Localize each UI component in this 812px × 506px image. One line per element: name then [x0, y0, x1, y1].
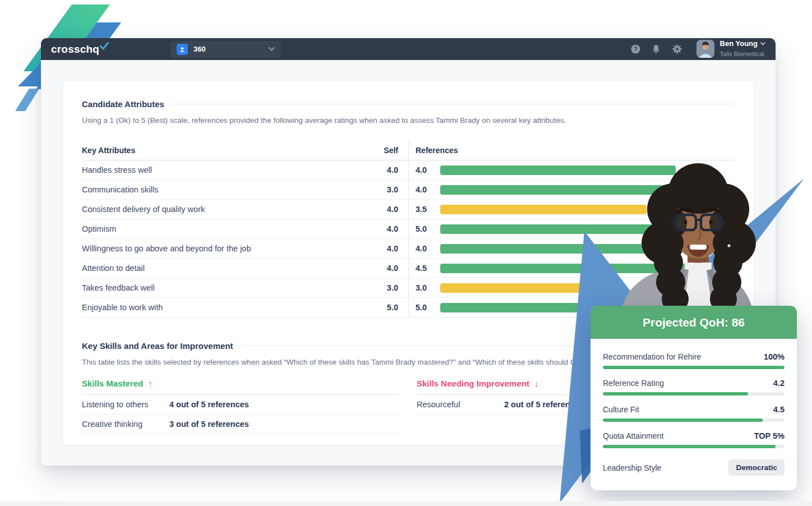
arrow-down-icon: ↓ — [534, 379, 539, 388]
top-navbar: crosschq 360 ? — [41, 38, 776, 60]
user-avatar — [696, 40, 714, 58]
skill-name: Listening to others — [82, 400, 154, 409]
references-bar-track — [440, 205, 735, 214]
references-bar-track — [440, 264, 735, 273]
references-cell: 4.0 — [408, 239, 735, 258]
user-menu[interactable]: Ben Young Talis Biomedical — [696, 40, 765, 58]
attributes-table-header: Key Attributes Self References — [82, 140, 735, 160]
attribute-row: Optimism4.05.0 — [82, 219, 735, 239]
qoh-metric-fill — [603, 366, 785, 369]
references-rating: 4.5 — [416, 264, 432, 273]
attribute-name: Enjoyable to work with — [82, 298, 370, 317]
user-company: Talis Biomedical — [720, 50, 764, 57]
attribute-row: Handles stress well4.04.0 — [82, 160, 735, 180]
skills-improvement-title: Skills Needing Improvement — [417, 379, 529, 388]
references-cell: 4.5 — [408, 259, 735, 278]
qoh-metric: Recommendation for Rehire100% — [603, 352, 785, 369]
skills-mastered-column: Skills Mastered ↑ Listening to others4 o… — [82, 379, 400, 434]
logo-text: crosschq — [51, 43, 99, 56]
qoh-metric-fill — [603, 392, 748, 395]
qoh-metric-fill — [603, 418, 763, 422]
user-name-block: Ben Young Talis Biomedical — [720, 40, 765, 58]
attribute-name: Communication skills — [82, 180, 370, 199]
settings-gear-icon[interactable] — [672, 44, 682, 54]
logo-check-icon — [100, 42, 109, 50]
skill-reference-count: 3 out of 5 references — [169, 420, 249, 429]
qoh-metric-track — [603, 366, 785, 369]
skill-reference-count: 2 out of 5 references — [504, 400, 584, 409]
attribute-row: Takes feedback well3.03.0 — [82, 278, 735, 298]
references-cell: 4.0 — [408, 180, 735, 199]
skill-row: Creative thinking3 out of 5 references — [82, 415, 400, 434]
references-bar — [440, 205, 647, 214]
attribute-row: Willingness to go above and beyond for t… — [82, 239, 735, 259]
skill-name: Resourceful — [417, 400, 488, 409]
attributes-table: Key Attributes Self References Handles s… — [82, 140, 735, 318]
self-rating: 3.0 — [370, 278, 398, 297]
product-switcher-dropdown[interactable]: 360 — [170, 41, 281, 58]
references-cell: 4.0 — [408, 160, 735, 180]
qoh-metric: Quota AttainmentTOP 5% — [603, 431, 785, 448]
page-footer-strip — [0, 501, 812, 506]
attribute-row: Consistent delivery of quality work4.03.… — [82, 200, 735, 219]
references-rating: 3.5 — [416, 205, 432, 214]
attribute-name: Attention to detail — [82, 259, 370, 278]
column-self: Self — [370, 140, 398, 160]
self-rating: 4.0 — [370, 259, 398, 278]
references-bar — [440, 224, 735, 234]
attribute-name: Consistent delivery of quality work — [82, 200, 370, 219]
references-rating: 4.0 — [416, 165, 432, 174]
badge-360-icon — [177, 44, 188, 55]
attribute-name: Optimism — [82, 219, 370, 238]
candidate-attributes-description: Using a 1 (Ok) to 5 (Best) scale, refere… — [82, 116, 735, 125]
references-bar — [440, 165, 676, 175]
references-bar — [440, 264, 705, 273]
column-key-attributes: Key Attributes — [82, 140, 370, 160]
qoh-metric: Reference Rating4.2 — [603, 379, 785, 395]
references-rating: 4.0 — [416, 244, 432, 253]
help-icon[interactable]: ? — [631, 44, 640, 54]
qoh-metric-label: Culture Fit — [603, 405, 639, 414]
qoh-metric-value: 100% — [764, 352, 785, 361]
attribute-name: Takes feedback well — [82, 278, 370, 297]
arrow-up-icon: ↑ — [148, 379, 153, 388]
skill-row: Listening to others4 out of 5 references — [82, 395, 400, 415]
notifications-bell-icon[interactable] — [652, 44, 661, 54]
self-rating: 5.0 — [370, 298, 398, 317]
references-bar-track — [440, 165, 735, 175]
leadership-style-label: Leadership Style — [603, 463, 661, 472]
qoh-metric-label: Quota Attainment — [603, 431, 663, 440]
svg-text:?: ? — [634, 45, 638, 52]
qoh-metric-label: Reference Rating — [603, 379, 664, 388]
skills-mastered-rows: Listening to others4 out of 5 references… — [82, 395, 400, 434]
self-rating: 4.0 — [370, 239, 398, 258]
user-chevron-down-icon — [760, 42, 765, 45]
references-bar-track — [440, 224, 735, 234]
user-name: Ben Young — [720, 40, 758, 48]
crosschq-logo[interactable]: crosschq — [51, 43, 109, 56]
product-switcher-label: 360 — [193, 45, 206, 53]
qoh-metric-track — [603, 392, 785, 395]
navbar-right-group: ? — [631, 40, 765, 58]
references-cell: 5.0 — [408, 219, 735, 238]
attribute-row: Communication skills3.04.0 — [82, 180, 735, 200]
qoh-metric-fill — [603, 445, 776, 448]
skill-name: Creative thinking — [82, 420, 154, 429]
qoh-card-title: Projected QoH: 86 — [590, 306, 797, 339]
references-bar-track — [440, 283, 735, 293]
qoh-metrics: Recommendation for Rehire100%Reference R… — [603, 352, 785, 448]
self-rating: 3.0 — [370, 180, 398, 199]
references-bar — [440, 185, 676, 195]
qoh-metric: Culture Fit4.5 — [603, 405, 785, 422]
self-rating: 4.0 — [370, 200, 398, 219]
leadership-style-row: Leadership Style Democratic — [603, 459, 785, 476]
attribute-name: Handles stress well — [82, 160, 370, 180]
references-bar-track — [440, 244, 735, 254]
references-bar — [440, 244, 676, 254]
qoh-metric-track — [603, 445, 785, 448]
references-rating: 3.0 — [416, 283, 432, 292]
qoh-metric-track — [603, 418, 785, 422]
references-rating: 5.0 — [416, 303, 432, 312]
self-rating: 4.0 — [370, 160, 398, 180]
attribute-row: Attention to detail4.04.5 — [82, 259, 735, 278]
